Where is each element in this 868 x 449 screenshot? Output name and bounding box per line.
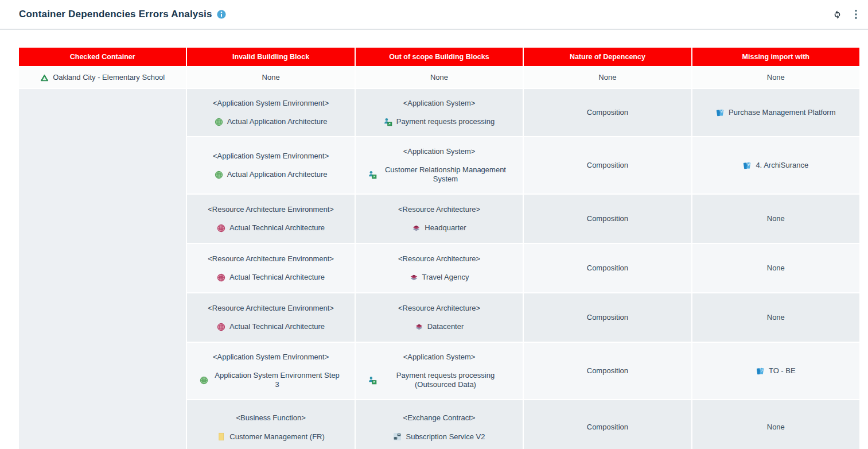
green-triangle-container-icon: [40, 73, 49, 82]
page-title: Container Dependencies Errors Analysis: [19, 9, 212, 20]
toolbar-actions: [831, 8, 859, 21]
stereotype-label: <Application System>: [403, 147, 476, 156]
stereotype-label: <Business Function>: [236, 413, 305, 423]
blue-model-books-icon: [743, 161, 752, 170]
nature-cell: Composition: [524, 244, 691, 292]
person-component-icon: [384, 118, 392, 126]
crimson-node-icon: [412, 224, 421, 233]
out-of-scope-cell: <Resource Architecture> Travel Agency: [356, 244, 523, 292]
element-name: Datacenter: [427, 322, 464, 331]
info-icon[interactable]: [217, 10, 226, 19]
nature-cell: Composition: [524, 89, 691, 136]
stereotype-label: <Application System>: [403, 99, 476, 108]
stereotype-label: <Resource Architecture>: [398, 254, 480, 264]
element-name: 4. ArchiSurance: [756, 161, 808, 170]
stereotype-label: <Exchange Contract>: [403, 413, 476, 423]
missing-import-cell: None: [692, 244, 859, 292]
element-name: Travel Agency: [422, 273, 469, 282]
out-of-scope-cell: <Application System> Payment requests pr…: [356, 343, 523, 399]
stereotype-label: <Resource Architecture Environment>: [208, 304, 334, 313]
element-name: Actual Technical Architecture: [229, 322, 325, 331]
kebab-menu-icon: [854, 9, 858, 20]
missing-import-cell: 4. ArchiSurance: [692, 137, 859, 193]
blue-model-books-icon: [756, 367, 765, 376]
missing-import-cell: None: [692, 293, 859, 342]
out-of-scope-cell: <Application System> Payment requests pr…: [356, 89, 523, 136]
green-globe-icon: [215, 171, 223, 179]
missing-import-cell: Purchase Management Platform: [692, 89, 859, 136]
element-name: Subscription Service V2: [406, 432, 485, 442]
nature-cell: Composition: [524, 195, 691, 243]
crimson-globe-icon: [217, 273, 225, 282]
invalid-cell: <Resource Architecture Environment> Actu…: [187, 195, 354, 243]
missing-import-cell: None: [692, 400, 859, 449]
element-name: Payment requests processing: [396, 117, 495, 126]
out-of-scope-cell: <Resource Architecture> Headquarter: [356, 195, 523, 243]
stereotype-label: <Resource Architecture Environment>: [208, 205, 334, 214]
dependencies-table: Checked Container Invalid Buildling Bloc…: [19, 48, 859, 449]
nature-cell: Composition: [524, 293, 691, 342]
checked-container-cell: Oakland City - Elementary School: [19, 67, 186, 88]
column-header-nature: Nature of Depencency: [524, 48, 691, 66]
green-globe-icon: [215, 118, 223, 126]
invalid-cell: None: [187, 67, 354, 88]
stereotype-label: <Resource Architecture Environment>: [208, 254, 334, 264]
element-name: Customer Management (FR): [229, 432, 324, 442]
nature-cell: Composition: [524, 343, 691, 399]
element-name: Application System Environment Step 3: [212, 371, 341, 390]
element-name: Customer Relationship Management System: [381, 165, 510, 184]
missing-import-cell: TO - BE: [692, 343, 859, 399]
column-header-invalid-building-block: Invalid Buildling Block: [187, 48, 354, 66]
stereotype-label: <Resource Architecture>: [398, 304, 480, 313]
stereotype-label: <Application System Environment>: [213, 99, 329, 108]
element-name: Actual Technical Architecture: [229, 223, 325, 233]
element-name: Headquarter: [425, 223, 466, 233]
checked-container-span-cell: [19, 89, 186, 449]
out-of-scope-cell: <Exchange Contract> Subscription Service…: [356, 400, 523, 449]
stereotype-label: <Application System>: [403, 353, 476, 362]
refresh-button[interactable]: [831, 8, 844, 21]
invalid-cell: <Resource Architecture Environment> Actu…: [187, 244, 354, 292]
missing-import-cell: None: [692, 195, 859, 243]
out-of-scope-cell: <Resource Architecture> Datacenter: [356, 293, 523, 342]
yellow-function-icon: [217, 432, 225, 441]
green-globe-icon: [200, 376, 208, 385]
crimson-node-icon: [415, 323, 423, 331]
element-name: Actual Application Architecture: [227, 170, 328, 179]
nature-cell: Composition: [524, 400, 691, 449]
crimson-globe-icon: [217, 224, 225, 233]
out-of-scope-cell: None: [356, 67, 523, 88]
column-header-checked-container: Checked Container: [19, 48, 186, 66]
crimson-node-icon: [410, 273, 418, 282]
nature-cell: Composition: [524, 137, 691, 193]
person-component-icon: [368, 171, 377, 179]
element-name: Actual Technical Architecture: [229, 273, 325, 282]
missing-import-cell: None: [692, 67, 859, 88]
column-header-missing-import: Missing import with: [692, 48, 859, 66]
element-name: TO - BE: [769, 366, 796, 376]
stereotype-label: <Application System Environment>: [213, 152, 329, 161]
invalid-cell: <Application System Environment> Applica…: [187, 343, 354, 399]
nature-cell: None: [524, 67, 691, 88]
invalid-cell: <Application System Environment> Actual …: [187, 137, 354, 193]
stereotype-label: <Resource Architecture>: [398, 205, 480, 214]
person-component-icon: [368, 376, 377, 385]
refresh-icon: [832, 9, 843, 20]
container-name: Oakland City - Elementary School: [53, 73, 165, 82]
element-name: Payment requests processing (Outsourced …: [381, 371, 510, 390]
stereotype-label: <Application System Environment>: [213, 353, 329, 362]
blue-model-books-icon: [716, 109, 725, 117]
invalid-cell: <Business Function> Customer Management …: [187, 400, 354, 449]
more-options-button[interactable]: [853, 8, 859, 21]
toolbar: Container Dependencies Errors Analysis: [0, 0, 868, 30]
element-name: Actual Application Architecture: [227, 117, 328, 126]
element-name: Purchase Management Platform: [729, 108, 835, 117]
column-header-out-of-scope: Out of scope Building Blocks: [356, 48, 523, 66]
exchange-contract-icon: [393, 432, 402, 441]
out-of-scope-cell: <Application System> Customer Relationsh…: [356, 137, 523, 193]
crimson-globe-icon: [217, 323, 225, 331]
invalid-cell: <Resource Architecture Environment> Actu…: [187, 293, 354, 342]
invalid-cell: <Application System Environment> Actual …: [187, 89, 354, 136]
